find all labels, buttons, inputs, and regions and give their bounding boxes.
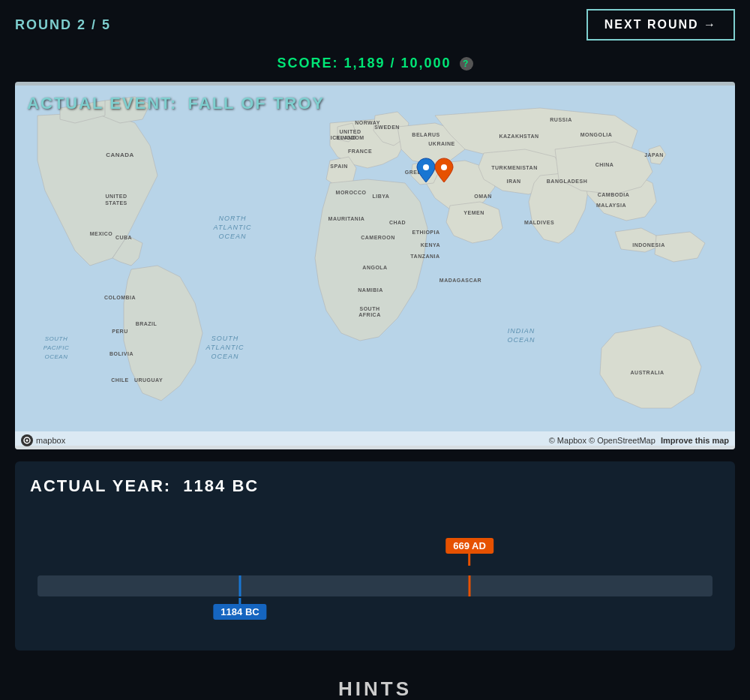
svg-point-62 xyxy=(441,164,447,170)
map-svg-container[interactable]: CANADA UNITED STATES MEXICO CUBA COLOMBI… xyxy=(15,82,735,449)
svg-text:SOUTH: SOUTH xyxy=(45,335,68,342)
guess-label: 669 AD xyxy=(446,538,494,554)
map-attribution-bar: mapbox © Mapbox © OpenStreetMap Improve … xyxy=(15,431,735,449)
svg-text:SPAIN: SPAIN xyxy=(330,164,347,169)
svg-text:CAMEROON: CAMEROON xyxy=(361,235,395,240)
svg-text:MONGOLIA: MONGOLIA xyxy=(580,132,613,137)
svg-text:NORTH: NORTH xyxy=(219,215,247,222)
svg-text:COLOMBIA: COLOMBIA xyxy=(104,295,136,300)
svg-point-65 xyxy=(26,440,28,442)
svg-text:UNITED: UNITED xyxy=(339,129,361,134)
map-section: ACTUAL EVENT: FALL OF TROY xyxy=(15,82,735,449)
svg-text:MALAYSIA: MALAYSIA xyxy=(596,203,626,208)
svg-text:CHINA: CHINA xyxy=(596,162,614,167)
map-event-title: ACTUAL EVENT: FALL OF TROY xyxy=(27,94,325,113)
svg-text:NAMIBIA: NAMIBIA xyxy=(358,287,382,293)
svg-point-61 xyxy=(423,164,429,170)
year-section: ACTUAL YEAR: 1184 BC 669 AD 1184 BC xyxy=(15,461,735,650)
svg-text:SWEDEN: SWEDEN xyxy=(374,125,400,130)
svg-text:INDIAN: INDIAN xyxy=(508,327,536,335)
svg-text:UNITED: UNITED xyxy=(105,194,127,199)
score-help-icon[interactable]: ? xyxy=(460,57,473,71)
svg-text:ANGOLA: ANGOLA xyxy=(362,265,387,270)
score-value: 1,189 / 10,000 xyxy=(344,56,451,71)
svg-text:KENYA: KENYA xyxy=(421,242,440,248)
next-round-button[interactable]: NEXT ROUND → xyxy=(586,9,735,41)
svg-text:TURKMENISTAN: TURKMENISTAN xyxy=(491,165,537,170)
svg-text:MADAGASCAR: MADAGASCAR xyxy=(440,278,482,283)
improve-map-link[interactable]: Improve this map xyxy=(661,436,729,445)
svg-text:ATLANTIC: ATLANTIC xyxy=(213,224,252,231)
score-text: SCORE: 1,189 / 10,000 ? xyxy=(277,56,472,71)
svg-text:SOUTH: SOUTH xyxy=(212,335,239,342)
svg-text:OMAN: OMAN xyxy=(474,194,491,199)
round-label: ROUND 2 / 5 xyxy=(15,17,111,33)
svg-text:OCEAN: OCEAN xyxy=(211,353,238,360)
svg-text:IRAN: IRAN xyxy=(506,179,520,184)
svg-text:UKRAINE: UKRAINE xyxy=(428,141,454,146)
mapbox-logo: mapbox xyxy=(21,434,65,446)
svg-text:AUSTRALIA: AUSTRALIA xyxy=(631,370,664,375)
svg-text:OCEAN: OCEAN xyxy=(507,336,535,344)
svg-text:SOUTH: SOUTH xyxy=(360,306,380,311)
hints-title: HINTS xyxy=(0,677,750,700)
svg-text:PACIFIC: PACIFIC xyxy=(44,344,69,351)
event-prefix: ACTUAL EVENT: xyxy=(27,94,177,113)
year-value: 1184 BC xyxy=(183,476,259,495)
mapbox-label: mapbox xyxy=(36,436,65,445)
svg-text:PERU: PERU xyxy=(112,329,128,334)
event-name: FALL OF TROY xyxy=(188,94,325,113)
svg-text:OCEAN: OCEAN xyxy=(218,233,246,240)
header: ROUND 2 / 5 NEXT ROUND → xyxy=(0,0,750,50)
svg-text:FRANCE: FRANCE xyxy=(348,149,372,154)
svg-text:NORWAY: NORWAY xyxy=(355,120,380,125)
svg-text:URUGUAY: URUGUAY xyxy=(134,377,163,383)
svg-text:AFRICA: AFRICA xyxy=(358,312,380,317)
svg-text:INDONESIA: INDONESIA xyxy=(632,242,664,248)
hints-section: HINTS xyxy=(0,662,750,700)
year-prefix: ACTUAL YEAR: xyxy=(30,476,171,495)
score-label: SCORE: xyxy=(277,56,338,71)
svg-text:KAZAKHSTAN: KAZAKHSTAN xyxy=(499,134,538,139)
svg-text:MAURITANIA: MAURITANIA xyxy=(328,216,365,221)
svg-text:CHAD: CHAD xyxy=(389,220,406,225)
svg-text:OCEAN: OCEAN xyxy=(45,353,68,360)
svg-text:BELARUS: BELARUS xyxy=(412,132,440,137)
svg-text:BOLIVIA: BOLIVIA xyxy=(110,351,134,356)
svg-text:BANGLADESH: BANGLADESH xyxy=(547,179,587,184)
svg-text:YEMEN: YEMEN xyxy=(464,210,484,215)
svg-text:LIBYA: LIBYA xyxy=(373,194,390,199)
svg-text:ETHIOPIA: ETHIOPIA xyxy=(412,230,440,235)
svg-text:CANADA: CANADA xyxy=(106,152,134,158)
map-attribution-text: © Mapbox © OpenStreetMap Improve this ma… xyxy=(549,436,729,445)
svg-text:KINGDOM: KINGDOM xyxy=(336,135,364,140)
score-bar: SCORE: 1,189 / 10,000 ? xyxy=(0,50,750,82)
svg-text:CAMBODIA: CAMBODIA xyxy=(598,192,630,197)
svg-text:RUSSIA: RUSSIA xyxy=(550,117,572,122)
svg-text:MALDIVES: MALDIVES xyxy=(524,220,554,225)
svg-text:CUBA: CUBA xyxy=(116,235,132,240)
svg-text:JAPAN: JAPAN xyxy=(644,152,664,158)
timeline-container: 669 AD 1184 BC xyxy=(38,508,712,628)
svg-text:STATES: STATES xyxy=(105,200,128,206)
actual-year-label: ACTUAL YEAR: 1184 BC xyxy=(30,476,720,496)
actual-label: 1184 BC xyxy=(213,604,266,620)
svg-text:ATLANTIC: ATLANTIC xyxy=(206,344,244,351)
svg-text:MEXICO: MEXICO xyxy=(90,231,113,236)
svg-text:MOROCCO: MOROCCO xyxy=(336,190,367,195)
svg-text:BRAZIL: BRAZIL xyxy=(136,321,158,326)
timeline-track xyxy=(38,575,712,596)
svg-text:TANZANIA: TANZANIA xyxy=(410,254,440,259)
svg-text:CHILE: CHILE xyxy=(111,377,129,383)
